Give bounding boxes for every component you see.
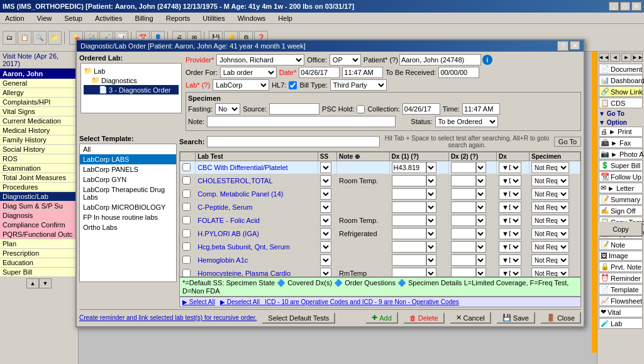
lab-test-checkbox[interactable] xyxy=(182,203,191,211)
select-all-link[interactable]: ▶ Select All xyxy=(182,299,215,305)
lab-test-checkbox[interactable] xyxy=(182,242,191,251)
dashboard-button[interactable]: 📊Dashboard xyxy=(599,75,643,86)
sidebar-item-compliance[interactable]: Compliance Confirm xyxy=(0,220,78,230)
menu-windows[interactable]: Windows xyxy=(235,14,269,22)
time-input[interactable] xyxy=(342,67,383,78)
delete-button[interactable]: 🗑 Delete xyxy=(403,312,445,324)
template-therapeutic[interactable]: LabCorp Therapeutic Drug Labs xyxy=(80,185,176,202)
template-button[interactable]: 📄Template xyxy=(599,284,643,295)
lab-test-checkbox[interactable] xyxy=(182,229,191,237)
vital-button[interactable]: ❤Vital xyxy=(599,307,643,317)
visit-note[interactable]: Visit Note (Apr 26, 2017) xyxy=(0,52,78,69)
template-labcorp-panels[interactable]: LabCorp PANELS xyxy=(80,164,176,174)
template-labcorp-labs[interactable]: LabCorp LABS xyxy=(80,154,176,164)
minimize-button[interactable]: _ xyxy=(609,2,619,11)
menu-utilities[interactable]: Utilities xyxy=(200,14,227,22)
sidebar-item-allergy[interactable]: Allergy xyxy=(0,88,78,98)
order-for-select[interactable]: Lab order xyxy=(220,67,277,78)
flowsheet-button[interactable]: 📈Flowsheet xyxy=(599,295,643,306)
lab-test-name[interactable]: Hcg,beta Subunit, Qnt, Serum xyxy=(196,241,318,254)
date-input[interactable] xyxy=(299,67,340,78)
toolbar-btn-3[interactable]: 🔍 xyxy=(33,31,47,45)
menu-action[interactable]: Action xyxy=(3,14,27,22)
menu-help[interactable]: Help xyxy=(275,14,295,22)
image-button[interactable]: 🖼Image xyxy=(599,251,643,261)
provider-select[interactable]: Johnson, Richard xyxy=(216,54,304,65)
psc-hold-checkbox[interactable] xyxy=(357,105,365,113)
sidebar-item-social-history[interactable]: Social History xyxy=(0,145,78,154)
prvt-note-button[interactable]: 🔒Prvt. Note xyxy=(599,261,643,272)
lab-test-checkbox[interactable] xyxy=(182,256,191,264)
cds-button[interactable]: 📋CDS xyxy=(599,98,643,108)
sidebar-item-vital[interactable]: Vital Signs xyxy=(0,107,78,117)
lab-test-checkbox[interactable] xyxy=(182,176,191,185)
patient-input[interactable] xyxy=(399,54,481,65)
sign-off-button[interactable]: ✍Sign Off xyxy=(599,205,643,216)
sidebar-item-plan[interactable]: Plan xyxy=(0,239,78,249)
toolbar-btn-1[interactable]: 🗂 xyxy=(3,31,16,45)
summary-button[interactable]: 📝Summary xyxy=(599,194,643,205)
sidebar-item-complaints[interactable]: Complaints/HPI xyxy=(0,98,78,107)
bill-type-select[interactable]: Third Party xyxy=(330,79,387,91)
fax-button[interactable]: 📠► Fax xyxy=(599,137,643,148)
sidebar-item-medical-history[interactable]: Medical History xyxy=(0,126,78,135)
lab-test-name[interactable]: CBC With Differential/Platelet xyxy=(196,161,318,174)
note-input[interactable] xyxy=(207,116,396,127)
patient-header[interactable]: Aaron, John xyxy=(0,69,78,79)
lab-test-name[interactable]: Comp. Metabolic Panel (14) xyxy=(196,188,318,201)
lab-button[interactable]: 🧪Lab xyxy=(599,318,643,329)
save-button[interactable]: 💾 Save xyxy=(496,312,535,324)
nav-next-button[interactable]: ► xyxy=(621,53,631,62)
add-button[interactable]: ✚ Add xyxy=(365,312,398,324)
sidebar-item-diagnostic[interactable]: Diagnostic/Lab xyxy=(0,192,78,202)
document-button[interactable]: 📄Document xyxy=(599,64,643,74)
lab-test-name[interactable]: C-Peptide, Serum xyxy=(196,201,318,214)
menu-setup[interactable]: Setup xyxy=(62,14,85,22)
print-button[interactable]: 🖨► Print xyxy=(599,127,643,137)
sidebar-item-family-history[interactable]: Family History xyxy=(0,135,78,145)
sidebar-item-superbill[interactable]: Super Bill xyxy=(0,268,78,277)
office-select[interactable]: OP xyxy=(330,54,361,65)
sidebar-item-joint-measures[interactable]: Total Joint Measures xyxy=(0,173,78,183)
lab-test-name[interactable]: FOLATE - Folic Acid xyxy=(196,214,318,227)
tree-item-diagnostic-order[interactable]: 📄 3 - Diagnostic Order xyxy=(84,85,179,94)
lab-test-checkbox[interactable] xyxy=(182,163,191,171)
nav-first-button[interactable]: ◄◄ xyxy=(599,53,609,62)
show-link-button[interactable]: 🔗Show Link xyxy=(599,86,643,97)
fasting-select[interactable]: No xyxy=(215,103,240,115)
dialog-close-button[interactable]: ✕ xyxy=(570,41,580,50)
lab-test-name[interactable]: Hemoglobin A1c xyxy=(196,254,318,267)
hl7-checkbox[interactable] xyxy=(289,81,297,89)
menu-view[interactable]: View xyxy=(35,14,55,22)
sidebar-item-examination[interactable]: Examination xyxy=(0,164,78,173)
sidebar-scroll-down[interactable]: ▼ xyxy=(39,278,52,288)
menu-reports[interactable]: Reports xyxy=(164,14,193,22)
template-ortho-labs[interactable]: Ortho Labs xyxy=(80,222,176,232)
super-bill-button[interactable]: 💲Super Bill xyxy=(599,160,643,171)
template-labcorp-gyn[interactable]: LabCorp GYN xyxy=(80,174,176,185)
goto-button[interactable]: Go To xyxy=(554,137,581,147)
template-fp-inhouse[interactable]: FP In house routine labs xyxy=(80,212,176,222)
sidebar-item-ros[interactable]: ROS xyxy=(0,154,78,164)
toolbar-btn-2[interactable]: 📋 xyxy=(18,31,31,45)
sidebar-item-procedures[interactable]: Procedures xyxy=(0,183,78,192)
reminder-button[interactable]: ⏰Reminder xyxy=(599,273,643,283)
sidebar-item-diagnosis[interactable]: Diagnosis xyxy=(0,211,78,220)
lab-test-checkbox[interactable] xyxy=(182,216,191,224)
footer-link[interactable]: Create reminder and link selected lab te… xyxy=(79,314,257,321)
dialog-help-button[interactable]: ? xyxy=(557,41,569,51)
close-window-button[interactable]: ✕ xyxy=(631,2,641,11)
follow-up-button[interactable]: 📆Follow Up xyxy=(599,171,643,182)
sidebar-item-prescription[interactable]: Prescription xyxy=(0,249,78,258)
template-all[interactable]: All xyxy=(80,144,176,154)
sidebar-item-diag-sum[interactable]: Diag Sum & S/P Su xyxy=(0,202,78,211)
collection-time-input[interactable] xyxy=(462,103,500,115)
status-select[interactable]: To be Ordered xyxy=(435,116,498,127)
sidebar-item-general[interactable]: General xyxy=(0,79,78,88)
tree-item-diagnostics[interactable]: 📁 Diagnostics xyxy=(84,76,179,85)
lab-test-checkbox[interactable] xyxy=(182,269,191,277)
sidebar-item-education[interactable]: Education xyxy=(0,258,78,268)
lab-select[interactable]: LabCorp xyxy=(213,79,269,91)
template-microbiology[interactable]: LabCorp MICROBIOLOGY xyxy=(80,202,176,212)
to-be-received-input[interactable] xyxy=(438,67,479,78)
